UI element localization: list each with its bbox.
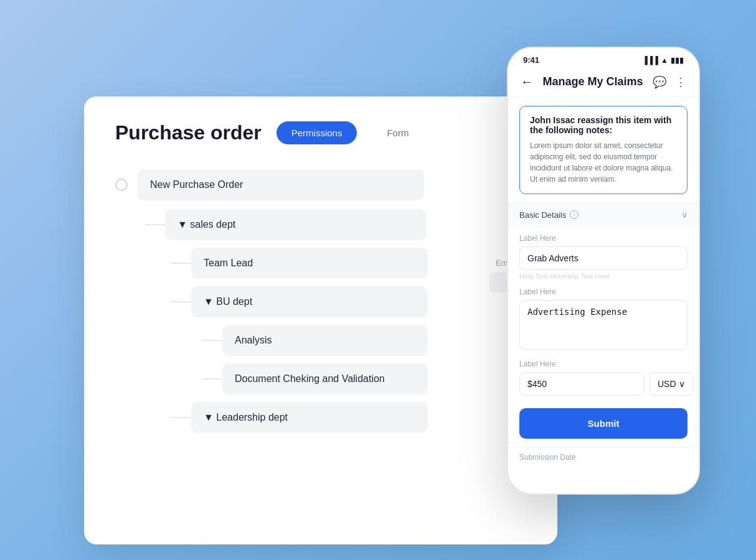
chat-icon[interactable]: 💬: [653, 75, 666, 89]
notification-box: John Issac reassign this item with the f…: [519, 106, 687, 194]
more-options-icon[interactable]: ⋮: [675, 75, 686, 89]
notification-title: John Issac reassign this item with the f…: [530, 115, 677, 135]
tree-bu-dept-item: ▼ BU dept: [171, 286, 526, 317]
field3-label: Label Here: [519, 360, 687, 368]
team-lead-label: Team Lead: [204, 258, 253, 268]
field2-textarea[interactable]: [519, 300, 687, 350]
field-advertising-expense: Label Here: [519, 287, 687, 360]
currency-select[interactable]: USD ∨: [650, 372, 693, 396]
phone-title: Manage My Claims: [542, 75, 643, 88]
section-title: Basic Details i: [519, 210, 579, 220]
field1-input[interactable]: [519, 246, 687, 270]
info-icon: i: [570, 210, 579, 219]
battery-icon: ▮▮▮: [671, 56, 684, 65]
desktop-card: Purchase order Permissions Form New Purc…: [84, 96, 557, 544]
tree-team-lead-item: Team Lead: [171, 248, 526, 279]
currency-chevron: ∨: [679, 379, 685, 389]
root-node: New Purchase Order: [138, 169, 424, 200]
submission-area: Submission Date: [508, 447, 699, 467]
wifi-icon: ▲: [661, 56, 668, 65]
currency-value: USD: [658, 379, 676, 389]
basic-details-section[interactable]: Basic Details i ∨: [508, 203, 699, 226]
sales-dept-label: ▼ sales dept: [177, 219, 235, 230]
tree-document-item: Document Cheking and Validation: [202, 363, 526, 394]
nav-icons: 💬 ⋮: [653, 75, 686, 89]
root-radio: [115, 179, 128, 191]
tree-root-item: New Purchase Order: [115, 169, 526, 200]
field1-help: Help Text HereHelp Text Here: [519, 273, 687, 280]
bu-dept-node: ▼ BU dept: [191, 286, 428, 317]
notification-body: Lorem ipsum dolor sit amet, consectetur …: [530, 140, 677, 185]
submission-label: Submission Date: [519, 453, 687, 462]
field-grab-adverts: Label Here Help Text HereHelp Text Here: [519, 234, 687, 280]
field-currency: Label Here USD ∨: [519, 360, 687, 396]
tree-analysis-item: Analysis: [202, 325, 526, 356]
leadership-node: ▼ Leadership dept: [191, 402, 428, 433]
leadership-label: ▼ Leadership dept: [204, 412, 288, 422]
form-section: Label Here Help Text HereHelp Text Here …: [508, 226, 699, 403]
document-label: Document Cheking and Validation: [235, 373, 385, 384]
tree-container: New Purchase Order ▼ sales dept Team Lea…: [115, 169, 526, 433]
chevron-icon: ∨: [681, 210, 687, 220]
analysis-label: Analysis: [235, 335, 272, 345]
team-lead-node: Team Lead: [191, 248, 428, 279]
field2-label: Label Here: [519, 287, 687, 296]
tab-permissions[interactable]: Permissions: [276, 121, 357, 144]
desktop-header: Purchase order Permissions Form: [115, 121, 526, 144]
submit-button[interactable]: Submit: [519, 408, 687, 439]
signal-icon: ▐▐▐: [643, 56, 659, 65]
field1-label: Label Here: [519, 234, 687, 243]
sales-dept-node: ▼ sales dept: [165, 209, 427, 240]
analysis-node: Analysis: [222, 325, 428, 356]
page-title: Purchase order: [115, 121, 262, 144]
phone-mockup: 9:41 ▐▐▐ ▲ ▮▮▮ ← Manage My Claims 💬 ⋮ Jo…: [507, 47, 700, 495]
tree-level1-item: ▼ sales dept: [145, 209, 526, 240]
tree-leadership-item: ▼ Leadership dept: [171, 402, 526, 433]
currency-row: USD ∨: [519, 372, 687, 396]
back-button[interactable]: ←: [521, 75, 533, 89]
tab-form[interactable]: Form: [372, 121, 423, 144]
document-node: Document Cheking and Validation: [222, 363, 428, 394]
status-icons: ▐▐▐ ▲ ▮▮▮: [643, 56, 684, 65]
status-time: 9:41: [523, 55, 539, 65]
section-label: Basic Details: [519, 210, 566, 220]
status-bar: 9:41 ▐▐▐ ▲ ▮▮▮: [508, 48, 699, 70]
phone-nav: ← Manage My Claims 💬 ⋮: [508, 70, 699, 97]
bu-dept-label: ▼ BU dept: [204, 296, 252, 307]
amount-input[interactable]: [519, 372, 645, 396]
